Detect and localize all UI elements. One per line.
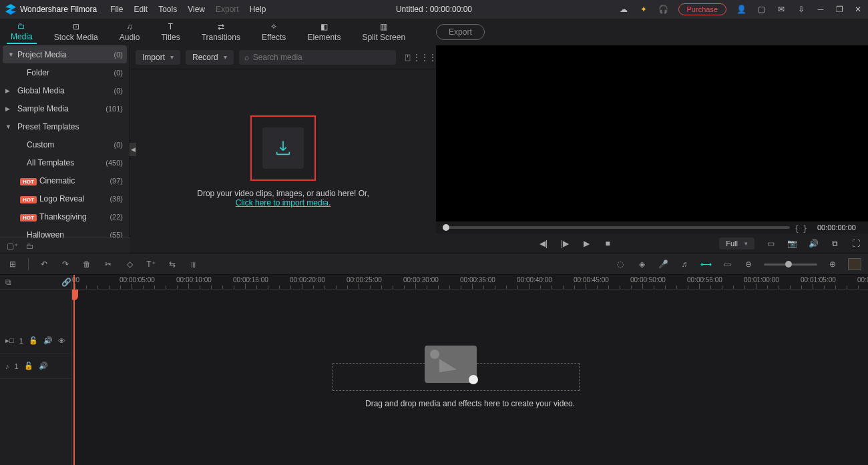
audio-track-header[interactable]: ♪ 1 🔓 🔊 <box>0 354 71 379</box>
sidebar-item-halloween[interactable]: Halloween(55) <box>0 225 130 238</box>
volume-icon[interactable]: 🔊 <box>808 239 819 248</box>
sidebar-item-preset-templates[interactable]: ▼Preset Templates <box>0 117 130 135</box>
sidebar-count: (38) <box>110 195 123 203</box>
fullscreen-icon[interactable]: ⛶ <box>851 239 861 248</box>
auto-ripple-icon[interactable]: ⟷ <box>700 260 712 269</box>
split-icon[interactable]: ✂ <box>102 260 114 269</box>
support-icon[interactable]: 🎧 <box>658 4 669 15</box>
speed-icon[interactable]: ⇆ <box>166 260 178 269</box>
tab-elements[interactable]: ◧Elements <box>303 21 345 43</box>
prev-frame-button[interactable]: ◀| <box>538 239 549 248</box>
tab-titles[interactable]: TTitles <box>157 21 184 43</box>
grid-view-icon[interactable]: ⋮⋮⋮ <box>419 53 431 62</box>
track-color-swatch[interactable] <box>848 258 861 270</box>
zoom-out-icon[interactable]: ⊖ <box>742 260 754 269</box>
sidebar-item-project-media[interactable]: ▼Project Media(0) <box>3 45 127 63</box>
marker-icon[interactable]: ◈ <box>636 260 648 269</box>
save-icon[interactable]: ▢ <box>756 4 767 15</box>
media-drop-area[interactable]: Drop your video clips, images, or audio … <box>130 69 436 254</box>
undo-icon[interactable]: ↶ <box>38 260 50 269</box>
video-track-header[interactable]: ▸□ 1 🔓 🔊 👁 <box>0 328 71 354</box>
tab-audio[interactable]: ♫Audio <box>116 21 144 43</box>
import-link[interactable]: Click here to import media. <box>236 198 331 207</box>
download-icon <box>274 139 292 157</box>
cloud-icon[interactable]: ☁ <box>618 4 629 15</box>
crop-icon[interactable]: ◇ <box>124 260 136 269</box>
mute-icon[interactable]: 🔊 <box>39 362 48 370</box>
playhead[interactable] <box>73 275 75 465</box>
display-icon[interactable]: ▭ <box>765 239 776 248</box>
manage-tracks-icon[interactable]: ⊞ <box>7 260 19 269</box>
adjust-icon[interactable]: ⫼ <box>188 260 200 269</box>
voiceover-icon[interactable]: 🎤 <box>657 260 669 269</box>
pip-icon[interactable]: ⧉ <box>829 239 840 248</box>
titles-icon: T <box>165 22 177 31</box>
track-body[interactable]: 00:0000:00:05:0000:00:10:0000:00:15:0000… <box>72 275 868 465</box>
timeline-drop-zone[interactable]: Drag and drop media and effects here to … <box>206 351 734 391</box>
tips-icon[interactable]: ✦ <box>638 4 649 15</box>
sidebar-item-logo-reveal[interactable]: HOTLogo Reveal(38) <box>0 189 130 207</box>
menu-file[interactable]: File <box>110 5 123 14</box>
menu-edit[interactable]: Edit <box>134 5 148 14</box>
lock-icon[interactable]: 🔓 <box>24 362 33 370</box>
snap-icon[interactable]: ▭ <box>721 260 733 269</box>
tab-transitions[interactable]: ⇄Transitions <box>198 21 244 43</box>
filter-icon[interactable]: ⍞ <box>401 53 413 62</box>
tab-media[interactable]: 🗀Media <box>7 20 37 44</box>
timeline-ruler[interactable]: 00:0000:00:05:0000:00:10:0000:00:15:0000… <box>72 275 868 290</box>
sidebar-item-all-templates[interactable]: All Templates(450) <box>0 153 130 171</box>
export-button[interactable]: Export <box>436 24 485 40</box>
sidebar-item-folder[interactable]: Folder(0) <box>0 63 130 81</box>
delete-icon[interactable]: 🗑 <box>81 260 93 269</box>
menu-help[interactable]: Help <box>250 5 266 14</box>
close-button[interactable]: ✕ <box>853 5 863 14</box>
audio-mixer-icon[interactable]: ♬ <box>678 260 690 269</box>
sidebar-item-thanksgiving[interactable]: HOTThanksgiving(22) <box>0 207 130 225</box>
snapshot-icon[interactable]: 📷 <box>787 239 797 248</box>
purchase-button[interactable]: Purchase <box>678 3 726 15</box>
account-icon[interactable]: 👤 <box>736 4 746 15</box>
zoom-in-icon[interactable]: ⊕ <box>827 260 839 269</box>
tab-transitions-label: Transitions <box>202 33 240 42</box>
tab-split-screen[interactable]: ▥Split Screen <box>358 21 409 43</box>
search-input[interactable] <box>253 53 391 62</box>
sidebar-item-custom[interactable]: Custom(0) <box>0 135 130 153</box>
folder-icon[interactable]: 🗀 <box>26 242 34 251</box>
menu-bar: File Edit Tools View Export Help <box>110 5 266 14</box>
lock-icon[interactable]: 🔓 <box>29 336 38 345</box>
mic-cloud-icon[interactable]: ⇩ <box>796 4 807 15</box>
stop-button[interactable]: ■ <box>602 239 613 248</box>
ruler-tick: 00:00:15:00 <box>233 276 268 284</box>
zoom-slider[interactable] <box>764 264 817 266</box>
text-icon[interactable]: T⁺ <box>145 260 157 269</box>
timeline-clipboard-icon[interactable]: ⧉ <box>5 278 11 287</box>
mute-icon[interactable]: 🔊 <box>43 336 53 345</box>
sidebar-item-sample-media[interactable]: ▶Sample Media(101) <box>0 99 130 117</box>
mark-out-button[interactable]: } <box>804 223 807 233</box>
visibility-icon[interactable]: 👁 <box>58 337 65 345</box>
redo-icon[interactable]: ↷ <box>59 260 71 269</box>
notification-icon[interactable]: ✉ <box>776 4 787 15</box>
play-button[interactable]: ▶ <box>581 239 592 248</box>
timeline: ⧉ 🔗 ▸□ 1 🔓 🔊 👁 ♪ 1 🔓 🔊 00:0000:00:05:000… <box>0 275 868 465</box>
maximize-button[interactable]: ❐ <box>835 5 844 14</box>
tab-stock-media[interactable]: ⊡Stock Media <box>50 21 102 43</box>
next-frame-button[interactable]: |▶ <box>560 239 570 248</box>
timeline-link-icon[interactable]: 🔗 <box>61 278 71 287</box>
import-media-button[interactable] <box>262 127 304 169</box>
drag-thumbnail <box>425 346 477 383</box>
menu-tools[interactable]: Tools <box>158 5 177 14</box>
sidebar-item-cinematic[interactable]: HOTCinematic(97) <box>0 171 130 189</box>
preview-quality-dropdown[interactable]: Full <box>719 238 754 250</box>
new-folder-icon[interactable]: ▢⁺ <box>7 242 18 251</box>
minimize-button[interactable]: ─ <box>816 5 825 14</box>
tab-effects[interactable]: ✧Effects <box>258 21 290 43</box>
render-icon[interactable]: ◌ <box>614 260 626 269</box>
menu-view[interactable]: View <box>188 5 205 14</box>
collapse-sidebar-button[interactable]: ◀ <box>130 143 136 156</box>
preview-scrubber[interactable] <box>443 226 790 229</box>
import-dropdown[interactable]: Import <box>136 50 180 65</box>
record-dropdown[interactable]: Record <box>186 50 234 65</box>
sidebar-item-global-media[interactable]: ▶Global Media(0) <box>0 81 130 99</box>
mark-in-button[interactable]: { <box>795 223 798 233</box>
